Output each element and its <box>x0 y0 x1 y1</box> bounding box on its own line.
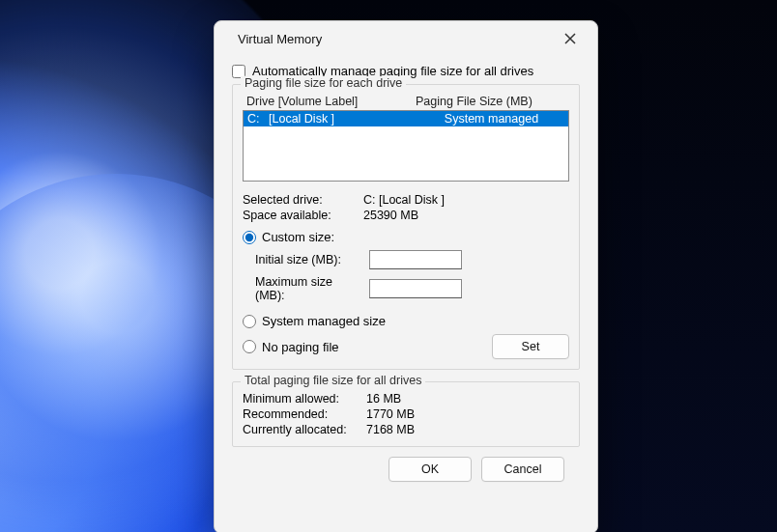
minimum-allowed-label: Minimum allowed: <box>243 392 366 406</box>
minimum-allowed-row: Minimum allowed: 16 MB <box>243 392 569 406</box>
currently-allocated-value: 7168 MB <box>366 423 415 436</box>
custom-size-radio[interactable] <box>243 231 256 244</box>
set-button[interactable]: Set <box>492 334 569 359</box>
custom-size-label: Custom size: <box>262 230 334 244</box>
minimum-allowed-value: 16 MB <box>366 392 401 406</box>
selected-drive-label: Selected drive: <box>243 193 363 207</box>
maximum-size-row: Maximum size (MB): <box>243 275 569 302</box>
close-icon <box>564 33 576 44</box>
recommended-value: 1770 MB <box>366 407 415 421</box>
selected-drive-value: C: [Local Disk ] <box>363 193 445 207</box>
currently-allocated-label: Currently allocated: <box>243 423 366 436</box>
drive-list-header: Drive [Volume Label] Paging File Size (M… <box>243 93 569 110</box>
drives-group-label: Paging file size for each drive <box>241 76 406 90</box>
maximum-size-label: Maximum size (MB): <box>255 275 363 302</box>
titlebar: Virtual Memory <box>215 21 597 56</box>
drive-letter: C: <box>247 112 269 126</box>
dialog-body: Automatically manage paging file size fo… <box>215 56 597 532</box>
close-button[interactable] <box>557 25 584 52</box>
system-managed-option[interactable]: System managed size <box>243 314 569 328</box>
drive-volume-label: [Local Disk ] <box>269 112 417 126</box>
dialog-footer: OK Cancel <box>232 447 580 482</box>
totals-group: Total paging file size for all drives Mi… <box>232 381 580 447</box>
window-title: Virtual Memory <box>238 32 322 46</box>
maximum-size-input[interactable] <box>369 279 462 298</box>
drive-listbox[interactable]: C: [Local Disk ] System managed <box>243 110 569 182</box>
desktop-background: Virtual Memory Automatically manage pagi… <box>0 0 777 532</box>
drive-row[interactable]: C: [Local Disk ] System managed <box>244 111 568 126</box>
totals-group-label: Total paging file size for all drives <box>241 374 425 387</box>
virtual-memory-dialog: Virtual Memory Automatically manage pagi… <box>214 20 598 532</box>
space-available-row: Space available: 25390 MB <box>243 209 569 222</box>
system-managed-radio[interactable] <box>243 315 256 328</box>
custom-size-option[interactable]: Custom size: <box>243 230 569 244</box>
header-drive: Drive [Volume Label] <box>246 95 416 108</box>
space-available-value: 25390 MB <box>363 209 418 222</box>
recommended-label: Recommended: <box>243 407 366 421</box>
recommended-row: Recommended: 1770 MB <box>243 407 569 421</box>
no-paging-label: No paging file <box>262 340 339 354</box>
selected-drive-row: Selected drive: C: [Local Disk ] <box>243 193 569 207</box>
drive-paging-size: System managed <box>417 112 566 126</box>
no-paging-option[interactable]: No paging file <box>243 340 339 354</box>
space-available-label: Space available: <box>243 209 363 222</box>
initial-size-input[interactable] <box>369 250 462 269</box>
currently-allocated-row: Currently allocated: 7168 MB <box>243 423 569 436</box>
initial-size-row: Initial size (MB): <box>243 250 569 269</box>
initial-size-label: Initial size (MB): <box>255 253 363 266</box>
no-paging-radio[interactable] <box>243 340 256 353</box>
ok-button[interactable]: OK <box>388 457 472 482</box>
header-size: Paging File Size (MB) <box>416 95 567 108</box>
system-managed-label: System managed size <box>262 314 386 328</box>
cancel-button[interactable]: Cancel <box>481 457 564 482</box>
drives-group: Paging file size for each drive Drive [V… <box>232 84 580 370</box>
